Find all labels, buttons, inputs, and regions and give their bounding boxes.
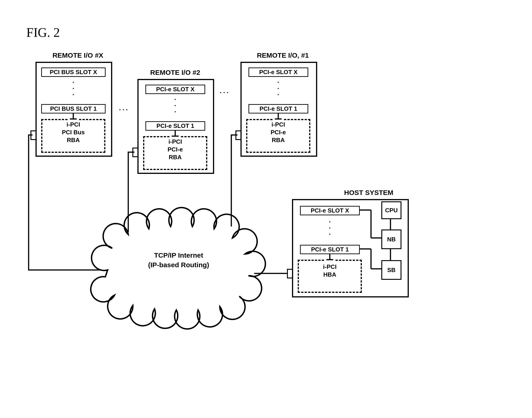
connection-lines	[0, 0, 532, 418]
diagram-canvas: FIG. 2 REMOTE I/O #X PCI BUS SLOT X ··· …	[0, 0, 532, 418]
